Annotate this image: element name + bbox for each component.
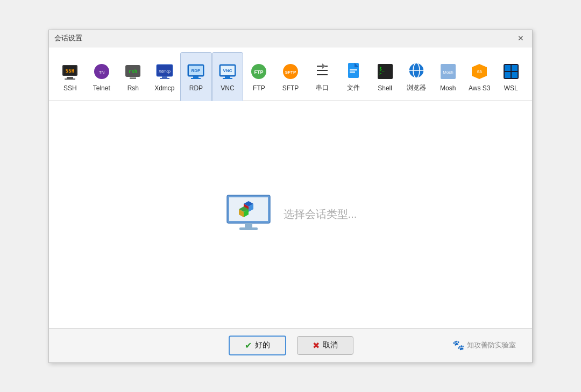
- cancel-x-icon: ✖: [313, 340, 320, 351]
- shell-icon: $_>: [374, 61, 396, 82]
- mosh-icon: Mosh: [437, 61, 459, 82]
- svg-rect-50: [512, 72, 518, 78]
- svg-text:VNC: VNC: [223, 68, 232, 73]
- svg-rect-12: [162, 76, 167, 78]
- svg-text:Xdmcp: Xdmcp: [159, 69, 171, 74]
- tab-browser[interactable]: 浏览器: [401, 52, 433, 101]
- serial-icon: [311, 60, 333, 81]
- svg-rect-60: [239, 227, 258, 230]
- ok-button[interactable]: ✔ 好的: [229, 336, 286, 355]
- svg-rect-33: [350, 69, 357, 70]
- logo-text: 知攻善防实验室: [467, 340, 516, 350]
- ssh-icon: SSH: [59, 61, 81, 82]
- tab-label-xdmcp: Xdmcp: [154, 84, 174, 92]
- svg-text:RDP: RDP: [192, 68, 201, 73]
- cancel-button[interactable]: ✖ 取消: [297, 336, 353, 355]
- svg-text:SFTP: SFTP: [285, 70, 296, 75]
- tab-ftp[interactable]: FTPFTP: [243, 52, 275, 101]
- tab-label-file: 文件: [347, 83, 360, 92]
- logo-icon: 🐾: [452, 339, 464, 351]
- wsl-icon: [500, 61, 522, 82]
- svg-rect-13: [160, 78, 169, 79]
- tab-label-serial: 串口: [316, 83, 329, 92]
- rdp-icon: RDP: [185, 61, 207, 82]
- tab-serial[interactable]: 串口: [306, 52, 338, 101]
- tab-label-awss3: Aws S3: [469, 84, 490, 92]
- footer-logo: 🐾 知攻善防实验室: [452, 339, 516, 351]
- svg-rect-48: [512, 65, 518, 71]
- svg-text:Mosh: Mosh: [443, 70, 454, 75]
- awss3-icon: S3: [469, 61, 490, 82]
- xdmcp-icon: Xdmcp: [154, 61, 175, 82]
- ok-check-icon: ✔: [245, 340, 252, 351]
- tab-wsl[interactable]: WSL: [495, 52, 527, 101]
- svg-rect-22: [225, 76, 230, 78]
- vnc-icon: VNC: [217, 61, 238, 82]
- svg-rect-23: [223, 78, 232, 79]
- tab-label-mosh: Mosh: [440, 84, 456, 92]
- svg-rect-4: [65, 79, 75, 80]
- ok-label: 好的: [255, 340, 270, 350]
- svg-rect-17: [193, 76, 199, 78]
- tab-label-telnet: Telnet: [93, 84, 110, 92]
- tab-xdmcp[interactable]: XdmcpXdmcp: [149, 52, 181, 101]
- svg-rect-59: [245, 223, 252, 227]
- browser-icon: [406, 60, 427, 81]
- tab-rsh[interactable]: rshRsh: [117, 52, 149, 101]
- sftp-icon: SFTP: [280, 61, 301, 82]
- session-dialog: 会话设置 ✕ SSHSSHTNTelnetrshRshXdmcpXdmcpRDP…: [48, 30, 533, 363]
- tab-rdp[interactable]: RDPRDP: [180, 52, 212, 101]
- tab-bar: SSHSSHTNTelnetrshRshXdmcpXdmcpRDPRDPVNCV…: [49, 47, 532, 101]
- tab-mosh[interactable]: MoshMosh: [432, 52, 464, 101]
- svg-text:>: >: [379, 72, 381, 76]
- cancel-label: 取消: [323, 340, 338, 350]
- dialog-title: 会话设置: [54, 33, 82, 43]
- tab-sftp[interactable]: SFTPSFTP: [275, 52, 307, 101]
- tab-telnet[interactable]: TNTelnet: [86, 52, 118, 101]
- rsh-icon: rsh: [122, 61, 144, 82]
- svg-text:$_: $_: [379, 67, 385, 72]
- monitor-icon: [224, 194, 273, 234]
- title-bar: 会话设置 ✕: [49, 30, 532, 47]
- footer: ✔ 好的 ✖ 取消 🐾 知攻善防实验室: [49, 328, 532, 362]
- content-area: 选择会话类型...: [49, 101, 532, 328]
- tab-label-ssh: SSH: [63, 84, 77, 92]
- svg-rect-9: [130, 77, 136, 79]
- svg-text:rsh: rsh: [129, 69, 137, 74]
- tab-label-vnc: VNC: [221, 84, 234, 92]
- tab-label-browser: 浏览器: [407, 83, 426, 92]
- tab-label-wsl: WSL: [504, 84, 518, 92]
- telnet-icon: TN: [91, 61, 112, 82]
- footer-buttons: ✔ 好的 ✖ 取消: [229, 336, 353, 355]
- svg-rect-49: [505, 72, 511, 78]
- placeholder-box: 选择会话类型...: [224, 194, 357, 234]
- svg-rect-3: [67, 77, 73, 79]
- tab-label-rdp: RDP: [189, 84, 203, 92]
- tab-label-shell: Shell: [378, 84, 392, 92]
- svg-text:SSH: SSH: [66, 68, 74, 74]
- file-icon: [343, 60, 364, 81]
- svg-rect-47: [505, 65, 511, 71]
- close-button[interactable]: ✕: [515, 32, 527, 44]
- placeholder-text: 选择会话类型...: [284, 207, 357, 222]
- svg-text:TN: TN: [98, 70, 104, 75]
- tab-shell[interactable]: $_>Shell: [369, 52, 401, 101]
- svg-text:S3: S3: [477, 70, 482, 74]
- svg-rect-34: [350, 72, 355, 73]
- tab-file[interactable]: 文件: [338, 52, 370, 101]
- tab-ssh[interactable]: SSHSSH: [54, 52, 86, 101]
- tab-awss3[interactable]: S3Aws S3: [464, 52, 495, 101]
- ftp-icon: FTP: [248, 61, 270, 82]
- tab-vnc[interactable]: VNCVNC: [212, 52, 244, 101]
- svg-rect-18: [191, 78, 201, 79]
- tab-label-rsh: Rsh: [127, 84, 139, 92]
- tab-label-sftp: SFTP: [282, 84, 299, 92]
- svg-text:FTP: FTP: [254, 69, 264, 75]
- tab-label-ftp: FTP: [253, 84, 265, 92]
